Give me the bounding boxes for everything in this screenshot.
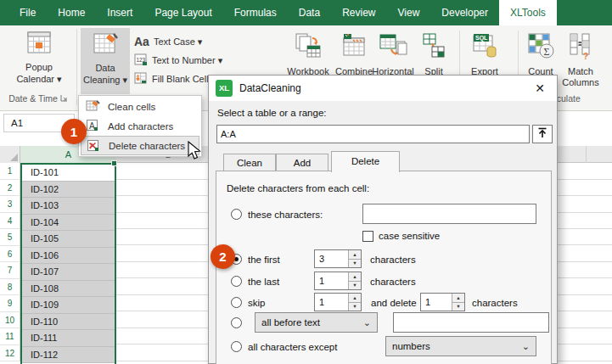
data-cleaning-label: Data Cleaning ▾	[83, 62, 127, 86]
case-sensitive-checkbox[interactable]	[362, 231, 373, 242]
fill-blank-cells-button[interactable]: Fill Blank Cells	[134, 71, 213, 87]
svg-text:?: ?	[583, 52, 588, 60]
cell-a6[interactable]: ID-106	[22, 248, 115, 265]
match-columns-button[interactable]: ?	[564, 32, 596, 63]
cell-a8[interactable]: ID-108	[22, 281, 115, 298]
last-count-stepper[interactable]: 1 ▲ ▼	[314, 272, 362, 290]
tab-data[interactable]: Data	[288, 0, 331, 25]
before-text-dropdown[interactable]: all before text ⌄	[255, 312, 378, 333]
add-characters-icon: A	[86, 119, 100, 134]
tab-clean[interactable]: Clean	[223, 154, 276, 171]
tab-developer[interactable]: Developer	[430, 0, 499, 25]
cell-a5[interactable]: ID-105	[22, 231, 115, 248]
first-count-value: 3	[319, 254, 324, 264]
selection-fill-handle[interactable]	[111, 160, 117, 166]
cell-a12[interactable]: ID-112	[22, 347, 115, 364]
workbook-button[interactable]	[292, 32, 324, 63]
these-characters-input[interactable]	[362, 204, 536, 224]
tab-review[interactable]: Review	[331, 0, 386, 25]
row-number[interactable]: 9	[0, 295, 20, 312]
stepper-down-icon[interactable]: ▼	[452, 303, 464, 311]
dialog-launcher-icon[interactable]	[60, 93, 68, 104]
first-count-stepper[interactable]: 3 ▲ ▼	[314, 249, 362, 268]
split-button[interactable]	[377, 32, 409, 63]
row-number[interactable]: 3	[0, 196, 20, 213]
cell-a1[interactable]: ID-101	[22, 165, 115, 182]
stepper-up-icon[interactable]: ▲	[349, 250, 361, 260]
menu-item-add-characters[interactable]: A Add characters	[79, 116, 201, 136]
data-cleaning-button[interactable]: Data Cleaning ▾	[81, 28, 130, 94]
tab-view[interactable]: View	[387, 0, 431, 25]
row-number[interactable]: 1	[0, 163, 20, 180]
delete-count-stepper[interactable]: 1 ▲ ▼	[420, 293, 465, 311]
svg-text:A: A	[89, 121, 95, 131]
menu-item-delete-characters[interactable]: A Delete characters	[81, 136, 199, 155]
count-button[interactable]: Σ	[525, 32, 557, 63]
case-sensitive-label: case sensitive	[379, 231, 440, 241]
row-number[interactable]: 6	[0, 246, 20, 263]
text-case-icon: Aa	[134, 35, 149, 48]
stepper-buttons: ▲ ▼	[348, 294, 361, 311]
svg-text:SQL: SQL	[475, 35, 488, 42]
tab-formulas[interactable]: Formulas	[223, 0, 288, 25]
cell-a3[interactable]: ID-103	[22, 198, 115, 215]
close-icon[interactable]: ✕	[530, 79, 550, 98]
cell-a11[interactable]: ID-111	[22, 330, 115, 347]
cell-a9[interactable]: ID-109	[22, 297, 115, 314]
tab-insert[interactable]: Insert	[96, 0, 143, 25]
row-number[interactable]: 5	[0, 229, 20, 246]
range-input[interactable]	[216, 125, 530, 143]
tab-page-layout[interactable]: Page Layout	[143, 0, 222, 25]
radio-before-text[interactable]	[231, 317, 242, 328]
tab-add[interactable]: Add	[276, 154, 328, 171]
select-all-corner[interactable]	[0, 146, 20, 163]
tab-file[interactable]: File	[8, 0, 47, 25]
row-number[interactable]: 10	[0, 312, 20, 329]
row-number[interactable]: 4	[0, 213, 20, 230]
text-to-number-button[interactable]: 123 Text to Number ▾	[134, 53, 222, 68]
row-number[interactable]: 11	[0, 328, 20, 345]
cell-a2[interactable]: ID-102	[22, 182, 115, 199]
data-cleaning-dropdown-menu: Clean cells A Add characters A	[78, 95, 202, 157]
stepper-down-icon[interactable]: ▼	[349, 303, 361, 311]
tab-home[interactable]: Home	[47, 0, 96, 25]
popup-calendar-button[interactable]: Popup Calendar ▾	[7, 30, 71, 85]
stepper-down-icon[interactable]: ▼	[349, 282, 361, 290]
row-number[interactable]: 12	[0, 345, 20, 362]
stepper-up-icon[interactable]: ▲	[349, 294, 361, 303]
row-number[interactable]: 2	[0, 180, 20, 197]
select-range-button[interactable]	[532, 125, 553, 143]
row-number[interactable]: 7	[0, 262, 20, 279]
stepper-up-icon[interactable]: ▲	[349, 272, 361, 282]
skip-count-stepper[interactable]: 1 ▲ ▼	[314, 293, 362, 311]
stepper-down-icon[interactable]: ▼	[349, 260, 361, 268]
these-characters-label: these characters:	[248, 210, 323, 220]
cell-a4[interactable]: ID-104	[22, 215, 115, 232]
before-text-input[interactable]	[393, 312, 549, 333]
tab-xltools[interactable]: XLTools	[499, 0, 557, 25]
row-number[interactable]: 8	[0, 279, 20, 296]
export-sql-button[interactable]: SQL	[469, 32, 501, 63]
menu-item-clean-cells[interactable]: Clean cells	[79, 97, 201, 116]
combine-cells-button[interactable]	[418, 32, 450, 63]
dialog-title: DataCleaning	[239, 82, 301, 94]
cell-a10[interactable]: ID-110	[22, 314, 115, 331]
radio-the-last[interactable]	[231, 276, 242, 287]
radio-skip[interactable]	[231, 297, 242, 308]
tab-delete[interactable]: Delete	[331, 151, 400, 172]
first-suffix-label: characters	[370, 255, 416, 265]
date-time-group-label: Date & Time	[2, 93, 75, 104]
cell-a7[interactable]: ID-107	[22, 264, 115, 281]
combine-button[interactable]	[338, 32, 370, 63]
delete-characters-icon: A	[87, 139, 101, 154]
stepper-up-icon[interactable]: ▲	[452, 294, 464, 303]
radio-all-except[interactable]	[231, 341, 242, 352]
text-to-number-icon: 123	[134, 53, 148, 68]
radio-these-characters[interactable]	[231, 209, 242, 220]
chevron-down-icon: ⌄	[522, 337, 530, 356]
skip-suffix-label: characters	[472, 298, 518, 308]
text-case-button[interactable]: Aa Text Case ▾	[134, 34, 202, 49]
except-dropdown[interactable]: numbers ⌄	[385, 336, 536, 356]
dialog-title-bar[interactable]: XL DataCleaning ✕	[209, 76, 557, 101]
table-pins-icon	[339, 31, 369, 64]
